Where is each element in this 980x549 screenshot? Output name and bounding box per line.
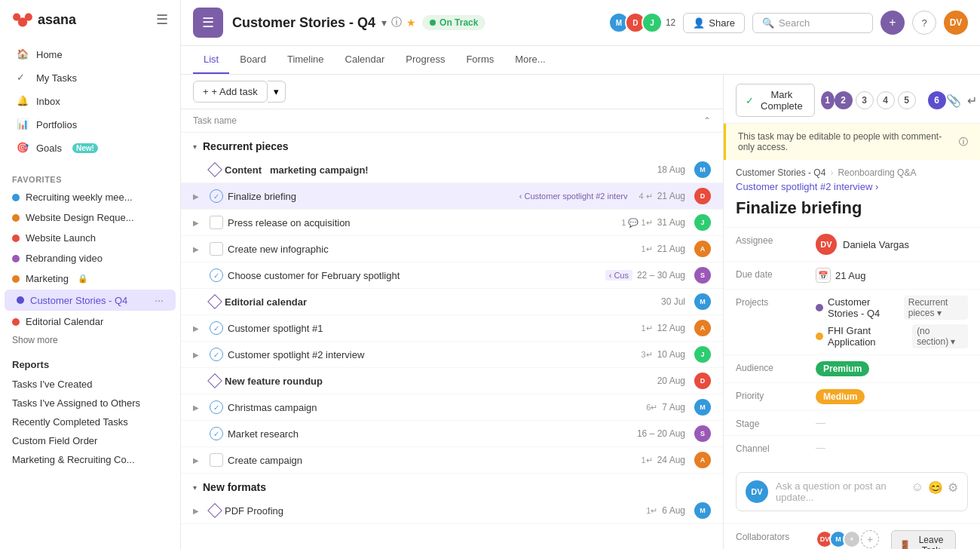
nav-portfolios[interactable]: 📊 Portfolios (5, 113, 176, 136)
task-checkbox[interactable]: ✓ (210, 321, 223, 335)
section-recurrent-pieces[interactable]: ▾ Recurrent pieces (181, 133, 723, 157)
tab-list[interactable]: List (193, 46, 229, 74)
task-checkbox[interactable]: ✓ (210, 189, 223, 203)
task-checkbox[interactable] (207, 503, 222, 518)
star-icon[interactable]: ★ (406, 17, 416, 29)
task-name: Create new infographic (228, 244, 637, 255)
comment-input[interactable]: Ask a question or post an update... (776, 480, 904, 503)
task-row[interactable]: ▶ Create campaign 1↵ 24 Aug A (181, 447, 723, 474)
sort-icon[interactable]: ⌃ (703, 115, 711, 126)
add-task-button[interactable]: + + Add task (193, 81, 268, 103)
breadcrumb-project[interactable]: Customer Stories - Q4 (736, 167, 825, 178)
task-row[interactable]: ▶ ✓ Customer spotlight #1 1↵ 12 Aug A (181, 315, 723, 342)
share-button[interactable]: 👤 Share (683, 13, 745, 33)
tab-progress[interactable]: Progress (395, 46, 455, 74)
reports-link-tasks-assigned[interactable]: Tasks I've Assigned to Others (0, 394, 180, 413)
task-row[interactable]: ▶ ✓ Customer spotlight #2 interview 3↵ 1… (181, 342, 723, 368)
task-checkbox[interactable] (207, 294, 222, 309)
project1-section[interactable]: Recurrent pieces ▾ (904, 296, 968, 320)
attachment-icon[interactable]: 📎 (946, 94, 961, 108)
question-icon: ? (921, 17, 926, 29)
favorites-item-rebranding[interactable]: Rebranding video (0, 248, 180, 268)
search-box[interactable]: 🔍 Search (752, 13, 873, 33)
task-row[interactable]: ▶ Create new infographic 1↵ 21 Aug A (181, 236, 723, 262)
step-6[interactable]: 6 (928, 91, 946, 109)
task-checkbox[interactable] (210, 242, 223, 256)
help-button[interactable]: ? (912, 11, 936, 35)
tab-board[interactable]: Board (229, 46, 277, 74)
section-title: Recurrent pieces (203, 140, 289, 152)
nav-goals[interactable]: 🎯 Goals New! (5, 136, 176, 159)
section-new-formats[interactable]: ▾ New formats (181, 474, 723, 498)
tab-more[interactable]: More... (504, 46, 556, 74)
project2-section[interactable]: (no section) ▾ (912, 324, 968, 348)
task-checkbox[interactable]: ✓ (210, 268, 223, 282)
step-3[interactable]: 3 (856, 91, 874, 109)
reports-link-recently-completed[interactable]: Recently Completed Tasks (0, 413, 180, 431)
task-checkbox[interactable]: ✓ (210, 348, 223, 361)
tab-calendar[interactable]: Calendar (335, 46, 396, 74)
info-icon[interactable]: ⓘ (391, 16, 402, 29)
task-row[interactable]: Editorial calendar 30 Jul M (181, 289, 723, 315)
task-row[interactable]: ▶ PDF Proofing 1↵ 6 Aug M (181, 498, 723, 524)
favorites-item-customer-stories[interactable]: Customer Stories - Q4 ··· (5, 290, 176, 311)
tab-timeline[interactable]: Timeline (277, 46, 335, 74)
task-checkbox[interactable] (207, 162, 222, 177)
avatar-3: J (642, 12, 663, 33)
task-row[interactable]: New feature roundup 20 Aug D (181, 368, 723, 394)
task-row[interactable]: ▶ ✓ Finalize briefing ‹ Customer spotlig… (181, 183, 723, 210)
subtask-icon[interactable]: ↵ (967, 94, 977, 108)
step-2[interactable]: 2 (835, 91, 853, 109)
project-dot-yellow (816, 333, 823, 340)
favorites-item-website-launch[interactable]: Website Launch (0, 228, 180, 248)
breadcrumb-section: Reonboarding Q&A (838, 167, 916, 178)
step-badge-1[interactable]: 1 (821, 91, 835, 109)
reports-link-tasks-created[interactable]: Tasks I've Created (0, 375, 180, 394)
favorites-item-marketing[interactable]: Marketing 🔒 (0, 268, 180, 289)
dot-icon (12, 214, 20, 222)
task-row[interactable]: ▶ Press release on acquisition 1 💬 1↵ 31… (181, 210, 723, 236)
step-4[interactable]: 4 (877, 91, 895, 109)
leave-task-button[interactable]: 🚪 Leave Task (891, 530, 956, 549)
favorites-item-website-design[interactable]: Website Design Reque... (0, 207, 180, 228)
add-collaborator-button[interactable]: + (861, 530, 879, 548)
task-checkbox[interactable]: ✓ (210, 400, 223, 414)
task-row[interactable]: ✓ Market research 16 – 20 Aug S (181, 421, 723, 447)
audience-tag[interactable]: Premium (816, 361, 869, 376)
mark-complete-button[interactable]: ✓ Mark Complete (736, 84, 815, 117)
favorites-item-recruiting[interactable]: Recruiting weekly mee... (0, 187, 180, 207)
task-name: Content marketing campaign! (225, 164, 653, 176)
task-row[interactable]: ▶ ✓ Christmas campaign 6↵ 7 Aug M (181, 394, 723, 421)
reports-link-marketing-recruiting[interactable]: Marketing & Recruiting Co... (0, 450, 180, 469)
task-checkbox[interactable] (207, 373, 222, 388)
reports-link-custom-field[interactable]: Custom Field Order (0, 431, 180, 450)
priority-tag[interactable]: Medium (816, 389, 865, 404)
project2-name: FHI Grant Application (828, 325, 908, 348)
show-more-button[interactable]: Show more (0, 332, 180, 348)
task-avatar: A (694, 320, 711, 336)
add-task-dropdown-button[interactable]: ▾ (268, 81, 286, 103)
user-avatar[interactable]: DV (944, 11, 968, 35)
sidebar-toggle-button[interactable]: ☰ (156, 11, 168, 28)
more-options-icon[interactable]: ··· (155, 294, 164, 306)
favorites-item-editorial[interactable]: Editorial Calendar (0, 311, 180, 332)
task-checkbox[interactable] (210, 453, 223, 467)
nav-home[interactable]: 🏠 Home (5, 43, 176, 66)
nav-my-tasks[interactable]: ✓ My Tasks (5, 66, 176, 89)
task-row[interactable]: ✓ Choose customer for February spotlight… (181, 262, 723, 289)
nav-inbox[interactable]: 🔔 Inbox (5, 90, 176, 112)
task-checkbox[interactable]: ✓ (210, 427, 223, 440)
add-button[interactable]: + (880, 11, 905, 35)
emoji-icon[interactable]: ☺ (911, 480, 923, 495)
task-row[interactable]: Content marketing campaign! 18 Aug M (181, 157, 723, 183)
tab-forms[interactable]: Forms (455, 46, 504, 74)
field-assignee: Assignee DV Daniela Vargas (724, 227, 980, 261)
task-checkbox[interactable] (210, 216, 223, 229)
task-avatar: S (694, 425, 711, 442)
emoji-icon-2[interactable]: 😊 (928, 480, 943, 495)
step-5[interactable]: 5 (898, 91, 916, 109)
chevron-down-icon[interactable]: ▾ (381, 17, 387, 29)
settings-icon[interactable]: ⚙ (948, 480, 958, 495)
parent-task-link[interactable]: Customer spotlight #2 interview › (736, 181, 878, 192)
projects-label: Projects (736, 296, 804, 308)
